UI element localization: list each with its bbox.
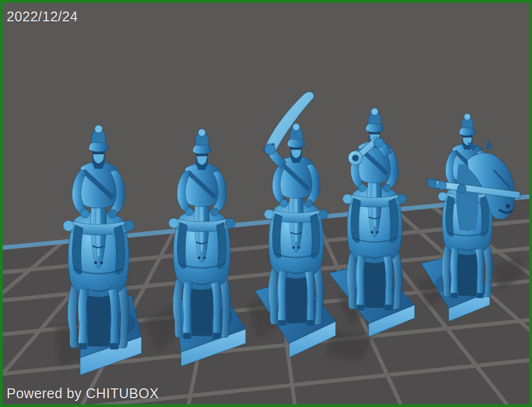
- date-stamp: 2022/12/24: [7, 9, 78, 25]
- miniature-cavalry-4[interactable]: [343, 108, 407, 310]
- miniature-cavalry-1[interactable]: [63, 125, 134, 349]
- miniature-cavalry-2[interactable]: [168, 129, 235, 339]
- viewport-3d[interactable]: [0, 0, 532, 407]
- chitubox-watermark: Powered by CHITUBOX: [7, 386, 159, 402]
- miniature-cavalry-3[interactable]: [263, 92, 328, 326]
- chitubox-render-preview: 2022/12/24 Powered by CHITUBOX: [0, 0, 532, 407]
